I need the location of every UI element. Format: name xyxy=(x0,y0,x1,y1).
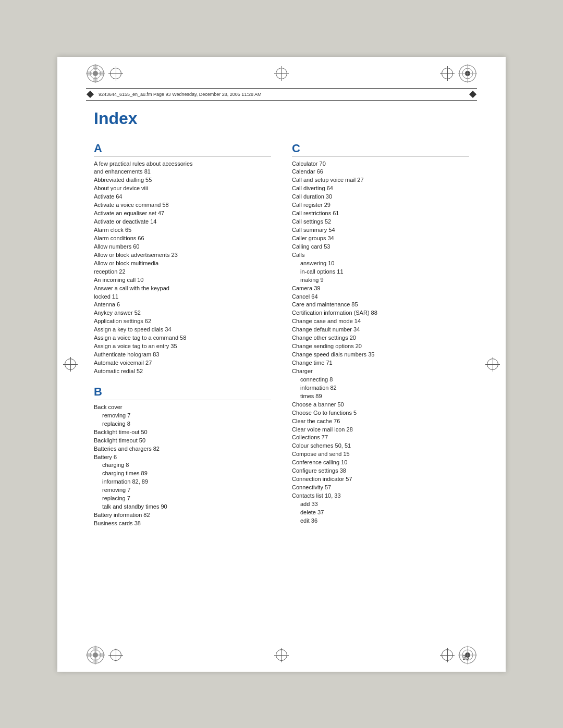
section-b: B Back cover removing 7 replacing 8 Back… xyxy=(94,385,271,528)
entry-c-24: Change speed dials numbers 35 xyxy=(292,351,469,359)
entry-b-13: talk and standby times 90 xyxy=(94,503,271,511)
entry-c-26: Charger xyxy=(292,367,469,376)
entry-a-13: Allow or block multimedia xyxy=(94,260,271,268)
bottom-right-rosette xyxy=(458,646,477,664)
entry-c-7: Call restrictions 61 xyxy=(292,209,469,218)
entry-c-5: Call duration 30 xyxy=(292,193,469,201)
entry-c-36: Compose and send 15 xyxy=(292,450,469,459)
right-column: C Calculator 70 Calendar 66 Call and set… xyxy=(292,141,469,528)
entry-c-34: Collections 77 xyxy=(292,434,469,442)
top-left-circle-cross xyxy=(110,68,121,79)
bottom-center-marks xyxy=(276,649,287,661)
bottom-left-rosette xyxy=(86,646,105,664)
entry-c-6: Call register 29 xyxy=(292,201,469,209)
svg-point-6 xyxy=(93,77,97,83)
entry-a-4: About your device viii xyxy=(94,184,271,193)
entry-a-9: Alarm clock 65 xyxy=(94,226,271,235)
top-right-circle-cross xyxy=(442,68,453,79)
svg-point-19 xyxy=(93,646,97,652)
header-diamond-left xyxy=(87,90,94,97)
entry-c-29: times 89 xyxy=(292,392,469,401)
bottom-left-marks xyxy=(86,646,121,664)
entry-a-1: A few practical rules about accessories xyxy=(94,160,271,168)
entry-c-27: connecting 8 xyxy=(292,376,469,384)
entry-c-19: Certification information (SAR) 88 xyxy=(292,309,469,317)
svg-point-8 xyxy=(99,71,105,76)
entry-c-3: Call and setup voice mail 27 xyxy=(292,176,469,184)
bottom-center-circle-cross xyxy=(276,649,287,661)
entry-c-22: Change other settings 20 xyxy=(292,334,469,342)
entry-a-11: Allow numbers 60 xyxy=(94,243,271,251)
svg-point-20 xyxy=(93,658,97,664)
entry-c-39: Connection indicator 57 xyxy=(292,475,469,484)
entry-b-10: information 82, 89 xyxy=(94,478,271,486)
entry-c-9: Call summary 54 xyxy=(292,226,469,235)
entry-a-3: Abbreviated dialling 55 xyxy=(94,176,271,184)
entry-c-10: Caller groups 34 xyxy=(292,235,469,243)
left-column: A A few practical rules about accessorie… xyxy=(94,141,271,528)
section-c: C Calculator 70 Calendar 66 Call and set… xyxy=(292,142,469,525)
entry-c-15: making 9 xyxy=(292,276,469,285)
entry-a-12: Allow or block advertisements 23 xyxy=(94,251,271,260)
entry-c-33: Clear voice mail icon 28 xyxy=(292,426,469,434)
page-container: 9243644_6155_en_au.fm Page 93 Wednesday,… xyxy=(0,0,563,728)
entry-c-35: Colour schemes 50, 51 xyxy=(292,442,469,450)
entry-a-23: Assign a voice tag to an entry 35 xyxy=(94,342,271,351)
entry-c-2: Calendar 66 xyxy=(292,168,469,176)
section-a-header: A xyxy=(94,142,271,157)
svg-point-7 xyxy=(86,71,92,76)
entry-c-17: Cancel 64 xyxy=(292,293,469,301)
entry-b-8: charging 8 xyxy=(94,461,271,470)
entry-b-4: Backlight time-out 50 xyxy=(94,428,271,437)
entry-a-8: Activate or deactivate 14 xyxy=(94,218,271,226)
svg-point-21 xyxy=(86,653,92,657)
header-bar: 9243644_6155_en_au.fm Page 93 Wednesday,… xyxy=(86,88,477,101)
svg-point-5 xyxy=(93,64,97,70)
entry-a-21: Assign a key to speed dials 34 xyxy=(94,326,271,334)
entry-a-14: reception 22 xyxy=(94,268,271,276)
entry-c-12: Calls xyxy=(292,251,469,260)
top-center-circle-cross xyxy=(276,68,287,79)
entry-c-32: Clear the cache 76 xyxy=(292,417,469,426)
entry-c-44: edit 36 xyxy=(292,517,469,525)
entry-b-9: charging times 89 xyxy=(94,470,271,478)
top-right-rosette xyxy=(458,64,477,83)
entry-a-6: Activate a voice command 58 xyxy=(94,201,271,209)
entry-c-16: Camera 39 xyxy=(292,285,469,293)
entry-b-11: removing 7 xyxy=(94,486,271,495)
entry-c-37: Conference calling 10 xyxy=(292,459,469,467)
entry-c-23: Change sending options 20 xyxy=(292,342,469,351)
entry-b-15: Business cards 38 xyxy=(94,520,271,528)
entry-c-13: answering 10 xyxy=(292,260,469,268)
entry-a-10: Alarm conditions 66 xyxy=(94,235,271,243)
entry-c-28: information 82 xyxy=(292,384,469,392)
section-a: A A few practical rules about accessorie… xyxy=(94,142,271,376)
entry-a-7: Activate an equaliser set 47 xyxy=(94,209,271,218)
entry-a-22: Assign a voice tag to a command 58 xyxy=(94,334,271,342)
entry-a-26: Automatic redial 52 xyxy=(94,367,271,376)
entry-a-19: Anykey answer 52 xyxy=(94,309,271,317)
entry-b-5: Backlight timeout 50 xyxy=(94,437,271,445)
entry-c-31: Choose Go to functions 5 xyxy=(292,409,469,417)
entry-a-15: An incoming call 10 xyxy=(94,276,271,285)
section-c-header: C xyxy=(292,142,469,157)
entry-a-20: Application settings 62 xyxy=(94,317,271,326)
entry-c-41: Contacts list 10, 33 xyxy=(292,492,469,500)
entry-c-40: Connectivity 57 xyxy=(292,484,469,492)
bottom-right-circle-cross xyxy=(442,649,453,661)
entry-c-8: Call settings 52 xyxy=(292,218,469,226)
entry-c-1: Calculator 70 xyxy=(292,160,469,168)
entry-c-30: Choose a banner 50 xyxy=(292,401,469,409)
entry-b-6: Batteries and chargers 82 xyxy=(94,445,271,453)
bottom-left-circle-cross xyxy=(110,649,121,661)
entry-a-24: Authenticate hologram 83 xyxy=(94,351,271,359)
entry-a-17: locked 11 xyxy=(94,293,271,301)
bottom-marks xyxy=(57,646,506,664)
section-b-header: B xyxy=(94,385,271,400)
entry-c-21: Change default number 34 xyxy=(292,326,469,334)
entry-c-25: Change time 71 xyxy=(292,359,469,367)
header-text: 9243644_6155_en_au.fm Page 93 Wednesday,… xyxy=(99,91,469,98)
top-marks xyxy=(57,64,506,83)
entry-c-38: Configure settings 38 xyxy=(292,467,469,475)
entry-c-42: add 33 xyxy=(292,500,469,509)
